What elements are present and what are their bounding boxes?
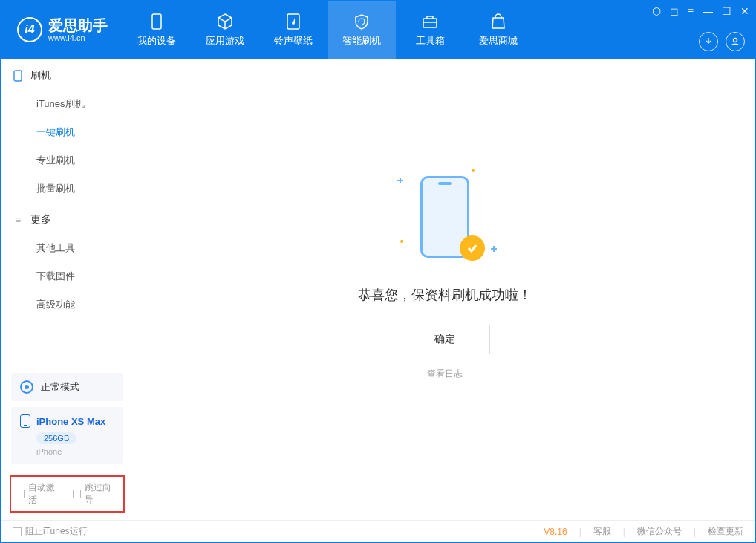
device-mode-label: 正常模式 — [41, 380, 79, 394]
view-log-link[interactable]: 查看日志 — [427, 368, 463, 380]
tab-smart-flash[interactable]: 智能刷机 — [328, 1, 396, 59]
status-bar: 阻止iTunes运行 V8.16 | 客服 | 微信公众号 | 检查更新 — [1, 520, 755, 542]
footer-link-wechat[interactable]: 微信公众号 — [637, 525, 682, 538]
checkbox-auto-activate[interactable]: 自动激活 — [16, 481, 62, 507]
device-type: iPhone — [36, 447, 114, 456]
device-icon — [147, 12, 166, 31]
footer-link-support[interactable]: 客服 — [593, 525, 611, 538]
app-body: 刷机 iTunes刷机 一键刷机 专业刷机 批量刷机 ≡ 更多 其他工具 下载固… — [1, 59, 755, 520]
ok-button[interactable]: 确定 — [400, 325, 490, 354]
device-phone-icon — [20, 414, 30, 428]
app-header: i4 爱思助手 www.i4.cn 我的设备 应用游戏 铃声壁纸 智能刷机 工具… — [1, 1, 755, 59]
sidebar-item-advanced[interactable]: 高级功能 — [1, 290, 134, 319]
window-minimize-icon[interactable]: — — [703, 5, 713, 17]
window-menu-icon[interactable]: ≡ — [688, 5, 694, 17]
success-illustration — [393, 169, 497, 265]
success-message: 恭喜您，保资料刷机成功啦！ — [358, 286, 532, 304]
tab-ringtones-wallpapers[interactable]: 铃声壁纸 — [259, 1, 328, 59]
sidebar-item-pro-flash[interactable]: 专业刷机 — [1, 146, 134, 175]
cube-icon — [215, 12, 235, 31]
app-name: 爱思助手 — [48, 17, 108, 33]
device-storage-badge: 256GB — [36, 432, 76, 444]
toolbox-icon — [420, 12, 440, 31]
sidebar-item-itunes-flash[interactable]: iTunes刷机 — [1, 90, 134, 118]
sidebar-item-onekey-flash[interactable]: 一键刷机 — [1, 118, 134, 146]
tab-toolbox[interactable]: 工具箱 — [396, 1, 464, 59]
checkbox-icon — [16, 490, 25, 498]
sidebar-item-other-tools[interactable]: 其他工具 — [1, 234, 134, 262]
tab-store[interactable]: 爱思商城 — [464, 1, 532, 59]
phone-small-icon — [13, 71, 23, 81]
main-content: 恭喜您，保资料刷机成功啦！ 确定 查看日志 — [134, 59, 755, 520]
nav-tabs: 我的设备 应用游戏 铃声壁纸 智能刷机 工具箱 爱思商城 — [123, 1, 532, 59]
list-icon: ≡ — [13, 215, 23, 225]
svg-point-3 — [734, 39, 737, 42]
store-icon — [489, 12, 508, 31]
svg-rect-4 — [14, 71, 22, 81]
checkbox-skip-guide[interactable]: 跳过向导 — [73, 481, 120, 507]
refresh-shield-icon — [352, 12, 371, 31]
sidebar-section-more: ≡ 更多 — [1, 203, 134, 234]
mode-icon — [20, 380, 33, 394]
window-controls: ⬡ ◻ ≡ — ☐ ✕ — [652, 5, 749, 17]
device-name: iPhone XS Max — [36, 416, 105, 427]
version-label: V8.16 — [544, 527, 567, 537]
device-info-box[interactable]: iPhone XS Max 256GB iPhone — [11, 407, 123, 464]
sidebar: 刷机 iTunes刷机 一键刷机 专业刷机 批量刷机 ≡ 更多 其他工具 下载固… — [1, 59, 134, 520]
logo-icon: i4 — [17, 17, 42, 42]
logo[interactable]: i4 爱思助手 www.i4.cn — [1, 1, 123, 59]
window-shirt-icon[interactable]: ⬡ — [652, 5, 661, 17]
window-close-icon[interactable]: ✕ — [740, 5, 749, 17]
tab-my-device[interactable]: 我的设备 — [123, 1, 191, 59]
check-icon — [460, 235, 485, 261]
checkbox-block-itunes[interactable]: 阻止iTunes运行 — [13, 525, 88, 538]
music-file-icon — [284, 12, 303, 31]
sidebar-item-download-firmware[interactable]: 下载固件 — [1, 262, 134, 290]
window-maximize-icon[interactable]: ☐ — [722, 5, 731, 17]
svg-rect-2 — [423, 19, 437, 27]
sidebar-item-batch-flash[interactable]: 批量刷机 — [1, 175, 134, 203]
flash-options-highlighted: 自动激活 跳过向导 — [10, 475, 125, 513]
window-square-icon[interactable]: ◻ — [670, 5, 679, 17]
checkbox-icon — [13, 527, 22, 536]
device-mode-box[interactable]: 正常模式 — [11, 373, 123, 401]
checkbox-icon — [73, 490, 82, 498]
footer-link-update[interactable]: 检查更新 — [708, 525, 743, 538]
sidebar-section-flash: 刷机 — [1, 59, 134, 90]
svg-rect-0 — [152, 14, 161, 29]
app-url: www.i4.cn — [48, 33, 108, 42]
user-icon[interactable] — [726, 32, 745, 51]
header-actions — [699, 32, 745, 51]
tab-apps-games[interactable]: 应用游戏 — [191, 1, 259, 59]
download-icon[interactable] — [699, 32, 718, 51]
